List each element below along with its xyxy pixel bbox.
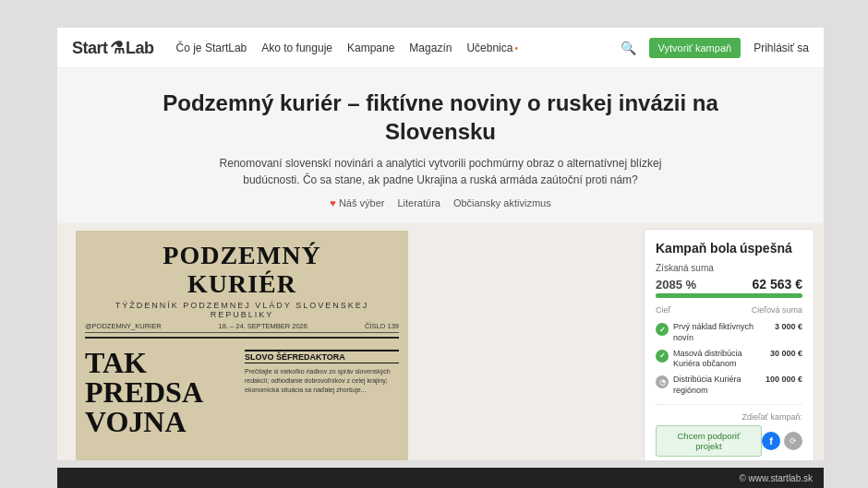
checkmark-icon-2: ✓ [659, 351, 666, 360]
milestone-check-1: ✓ [656, 323, 669, 336]
checkmark-icon-1: ✓ [659, 326, 666, 334]
milestone-check-2: ✓ [656, 350, 669, 363]
create-campaign-button[interactable]: Vytvoriť kampaň [649, 38, 741, 58]
tag-literature[interactable]: Literatúra [397, 197, 440, 208]
hero-title: Podzemný kuriér – fiktívne noviny o rusk… [113, 89, 768, 146]
logo-flask-icon: ⚗ [110, 38, 125, 58]
site-logo[interactable]: Start⚗Lab [72, 38, 154, 58]
facebook-icon[interactable]: f [762, 432, 780, 450]
goal-sum-label: Cieľová suma [752, 305, 802, 315]
newspaper-meta: @PODZEMNY_KURIER 18. – 24. SEPTEMBER 202… [85, 322, 399, 333]
milestone-item-2: ✓ Masová distribúcia Kuriéra občanom 30 … [656, 349, 802, 370]
campaign-panel: Kampaň bola úspešná Získaná suma 2085 % … [644, 229, 814, 460]
newspaper-meta-right: ČÍSLO 139 [365, 322, 399, 330]
campaign-amount: 62 563 € [753, 277, 803, 292]
campaign-success-word: úspešná [740, 241, 792, 256]
support-button[interactable]: Chcem podporiť projekt [656, 425, 762, 457]
milestone-text-1: Prvý náklad fiktívnych novín [673, 322, 770, 343]
content-area: PODZEMNÝ KURIÉR TÝŽDENNÍK PODZEMNEJ VLÁD… [57, 223, 824, 460]
navbar: Start⚗Lab Čo je StartLab Ako to funguje … [57, 28, 824, 68]
newspaper-big-text-1: TAK PREDSA [85, 348, 239, 407]
hero-section: Podzemný kuriér – fiktívne noviny o rusk… [57, 68, 824, 223]
progress-bar [656, 293, 802, 298]
newspaper-image: PODZEMNÝ KURIÉR TÝŽDENNÍK PODZEMNEJ VLÁD… [76, 231, 408, 460]
milestone-text-2: Masová distribúcia Kuriéra občanom [673, 349, 766, 370]
newspaper-subtitle: TÝŽDENNÍK PODZEMNEJ VLÁDY SLOVENSKEJ REP… [85, 301, 399, 319]
divider [656, 404, 802, 405]
nav-link-campaigns[interactable]: Kampane [347, 42, 394, 54]
tag-our-pick[interactable]: Náš výber [330, 197, 384, 208]
newspaper-meta-center: 18. – 24. SEPTEMBER 2026 [219, 322, 307, 330]
share-label: Zdieľať kampaň: [656, 412, 802, 422]
newspaper-body: TAK PREDSA VOJNA SLOVO ŠÉFREDAKTORA Preč… [85, 348, 399, 460]
bottom-url: © www.startlab.sk [739, 473, 813, 483]
logo-text: Start⚗Lab [72, 38, 154, 58]
social-icons: f ⟳ [762, 432, 802, 450]
campaign-success-label: Kampaň bola úspešná [656, 241, 802, 256]
share-icon[interactable]: ⟳ [784, 432, 802, 450]
milestone-item-3: ◔ Distribúcia Kuriéra regiónom 100 000 € [656, 375, 802, 396]
search-icon[interactable]: 🔍 [621, 41, 636, 55]
progress-fill [656, 293, 802, 298]
goal-label: Cieľ [656, 305, 670, 315]
milestone-item-1: ✓ Prvý náklad fiktívnych novín 3 000 € [656, 322, 802, 343]
nav-link-what[interactable]: Čo je StartLab [176, 42, 247, 54]
hero-tags: Náš výber Literatúra Občiansky aktivizmu… [113, 197, 768, 208]
newspaper-meta-left: @PODZEMNY_KURIER [85, 322, 162, 330]
milestone-amount-2: 30 000 € [770, 349, 802, 358]
content-wrapper: PODZEMNÝ KURIÉR TÝŽDENNÍK PODZEMNEJ VLÁD… [57, 223, 824, 460]
newspaper-col-left: TAK PREDSA VOJNA [85, 348, 239, 460]
goal-row: Cieľ Cieľová suma [656, 305, 802, 315]
support-btn-row: Chcem podporiť projekt f ⟳ [656, 425, 802, 457]
newspaper-big-text-2: VOJNA [85, 407, 239, 436]
nav-links: Čo je StartLab Ako to funguje Kampane Ma… [176, 42, 621, 54]
milestone-text-3: Distribúcia Kuriéra regiónom [673, 375, 761, 396]
nav-link-how[interactable]: Ako to funguje [261, 42, 332, 54]
campaign-percent: 2085 % [656, 278, 696, 292]
newspaper-section-text: Prečítajte si niekoľko riadkov zo správ … [245, 367, 399, 394]
partial-icon-3: ◔ [659, 378, 666, 387]
newspaper-header: PODZEMNÝ KURIÉR TÝŽDENNÍK PODZEMNEJ VLÁD… [85, 242, 399, 339]
newspaper-section-title: SLOVO ŠÉFREDAKTORA [245, 350, 399, 363]
campaign-progress-row: 2085 % 62 563 € [656, 277, 802, 292]
campaign-raised-label: Získaná suma [656, 263, 802, 273]
milestone-check-3: ◔ [656, 375, 669, 388]
hero-subtitle: Renomovaní slovenskí novinári a analytic… [200, 155, 681, 188]
nav-link-magazine[interactable]: Magazín [409, 42, 452, 54]
outer-frame: Start⚗Lab Čo je StartLab Ako to funguje … [0, 0, 868, 488]
milestone-amount-1: 3 000 € [775, 322, 802, 331]
main-area: Start⚗Lab Čo je StartLab Ako to funguje … [57, 28, 824, 460]
nav-right: 🔍 Vytvoriť kampaň Prihlásiť sa [621, 38, 809, 58]
newspaper-title-line2: KURIÉR [85, 270, 399, 299]
nav-link-ucebnica[interactable]: Učebnica [466, 42, 518, 54]
campaign-success-prefix: Kampaň bola [656, 241, 737, 256]
login-button[interactable]: Prihlásiť sa [753, 42, 809, 54]
tag-activism[interactable]: Občiansky aktivizmus [453, 197, 551, 208]
newspaper-title-line1: PODZEMNÝ [85, 242, 399, 270]
newspaper-col-right: SLOVO ŠÉFREDAKTORA Prečítajte si niekoľk… [245, 348, 399, 460]
milestone-amount-3: 100 000 € [766, 375, 802, 384]
bottom-bar: © www.startlab.sk [57, 468, 824, 488]
